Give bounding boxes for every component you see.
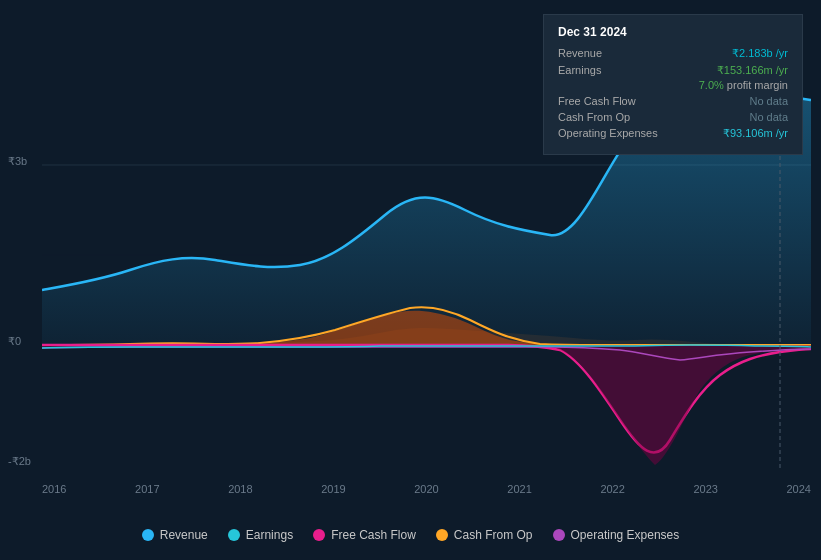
x-label-2018: 2018 [228,483,252,495]
y-label-3b: ₹3b [8,155,27,168]
tooltip-earnings-row: Earnings ₹153.166m /yr [558,64,788,77]
x-label-2019: 2019 [321,483,345,495]
legend-revenue-label: Revenue [160,528,208,542]
legend-opex[interactable]: Operating Expenses [553,528,680,542]
x-label-2017: 2017 [135,483,159,495]
x-label-2021: 2021 [507,483,531,495]
tooltip-cashfromop-value: No data [749,111,788,123]
legend-cashfromop[interactable]: Cash From Op [436,528,533,542]
tooltip-revenue-label: Revenue [558,47,668,59]
tooltip-fcf-value: No data [749,95,788,107]
x-label-2024: 2024 [787,483,811,495]
data-tooltip: Dec 31 2024 Revenue ₹2.183b /yr Earnings… [543,14,803,155]
legend-fcf-dot [313,529,325,541]
tooltip-earnings-label: Earnings [558,64,668,76]
tooltip-earnings-value: ₹153.166m /yr [717,64,788,77]
tooltip-profit-margin: 7.0% profit margin [558,79,788,91]
tooltip-date: Dec 31 2024 [558,25,788,39]
tooltip-opex-label: Operating Expenses [558,127,668,139]
tooltip-revenue-value: ₹2.183b /yr [732,47,788,60]
x-label-2022: 2022 [600,483,624,495]
legend-opex-label: Operating Expenses [571,528,680,542]
legend-fcf[interactable]: Free Cash Flow [313,528,416,542]
tooltip-cashfromop-row: Cash From Op No data [558,111,788,123]
x-label-2020: 2020 [414,483,438,495]
legend-cashfromop-label: Cash From Op [454,528,533,542]
legend-earnings[interactable]: Earnings [228,528,293,542]
legend-earnings-dot [228,529,240,541]
x-label-2016: 2016 [42,483,66,495]
legend-revenue[interactable]: Revenue [142,528,208,542]
x-axis: 2016 2017 2018 2019 2020 2021 2022 2023 … [42,483,811,495]
tooltip-opex-value: ₹93.106m /yr [723,127,788,140]
y-label-neg2b: -₹2b [8,455,31,468]
x-label-2023: 2023 [693,483,717,495]
tooltip-fcf-label: Free Cash Flow [558,95,668,107]
legend-revenue-dot [142,529,154,541]
tooltip-cashfromop-label: Cash From Op [558,111,668,123]
legend-cashfromop-dot [436,529,448,541]
legend-earnings-label: Earnings [246,528,293,542]
tooltip-revenue-row: Revenue ₹2.183b /yr [558,47,788,60]
profit-margin-value: 7.0% [699,79,724,91]
tooltip-fcf-row: Free Cash Flow No data [558,95,788,107]
chart-legend: Revenue Earnings Free Cash Flow Cash Fro… [0,510,821,560]
legend-fcf-label: Free Cash Flow [331,528,416,542]
y-label-0: ₹0 [8,335,21,348]
tooltip-opex-row: Operating Expenses ₹93.106m /yr [558,127,788,140]
legend-opex-dot [553,529,565,541]
